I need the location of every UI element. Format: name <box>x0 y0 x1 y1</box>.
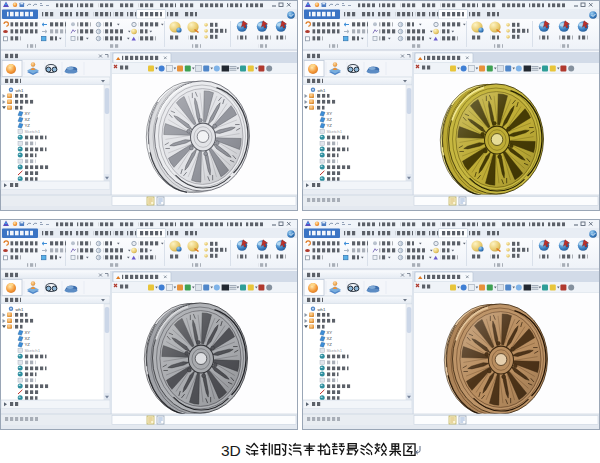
svg-text:Sketch1: Sketch1 <box>327 129 343 134</box>
svg-text:XZ: XZ <box>25 336 31 341</box>
svg-text:Sketch1: Sketch1 <box>327 348 343 353</box>
svg-text:XY: XY <box>327 330 333 335</box>
svg-text:wh1: wh1 <box>16 88 24 93</box>
svg-text:XZ: XZ <box>25 117 31 122</box>
svg-text:wh1: wh1 <box>318 307 326 312</box>
svg-text:YZ: YZ <box>327 123 333 128</box>
svg-text:3D: 3D <box>221 442 241 459</box>
svg-text:Sketch1: Sketch1 <box>25 348 41 353</box>
svg-text:YZ: YZ <box>25 342 31 347</box>
svg-text:XZ: XZ <box>327 117 333 122</box>
svg-text:wh1: wh1 <box>318 88 326 93</box>
svg-text:YZ: YZ <box>327 342 333 347</box>
svg-text:wh1: wh1 <box>16 307 24 312</box>
svg-text:XY: XY <box>25 330 31 335</box>
svg-text:XY: XY <box>327 111 333 116</box>
svg-text:YZ: YZ <box>25 123 31 128</box>
svg-text:Sketch1: Sketch1 <box>25 129 41 134</box>
svg-text:XY: XY <box>25 111 31 116</box>
svg-text:XZ: XZ <box>327 336 333 341</box>
